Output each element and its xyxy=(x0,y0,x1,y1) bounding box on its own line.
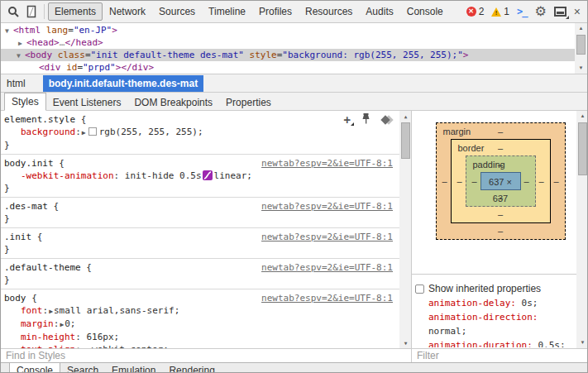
padding-left-value[interactable]: – xyxy=(469,176,480,186)
breadcrumb-item-body[interactable]: body.init.default-theme.des-mat xyxy=(43,75,203,92)
pin-icon[interactable] xyxy=(361,113,370,127)
box-model-border[interactable]: border– – padding– – 637 × 637 – xyxy=(451,139,551,223)
show-inherited-checkbox[interactable] xyxy=(415,285,424,294)
border-left-value[interactable]: – xyxy=(454,176,466,186)
style-rule-init[interactable]: .init { newtab?espv=2&ie=UTF-8:1 } xyxy=(1,228,411,259)
stylesheet-link[interactable]: newtab?espv=2&ie=UTF-8:1 xyxy=(261,231,393,243)
computed-property[interactable]: animation-duration: 0.5s; xyxy=(415,338,586,347)
scroll-up-icon[interactable]: ▲ xyxy=(399,111,412,122)
computed-property-value-wrap[interactable]: normal; xyxy=(415,324,586,338)
expand-arrow-icon[interactable]: ▶ xyxy=(18,37,26,50)
new-style-rule-icon[interactable]: + xyxy=(344,115,351,125)
padding-bottom-value[interactable]: – xyxy=(498,193,503,203)
css-property-name[interactable]: -webkit-animation xyxy=(21,170,114,181)
css-property-value[interactable]: rgb(255, 255, 255); xyxy=(99,127,203,137)
css-property-value[interactable]: small arial,sans-serif; xyxy=(54,305,179,316)
tab-styles[interactable]: Styles xyxy=(4,93,46,111)
inspect-element-icon[interactable] xyxy=(4,2,22,21)
margin-right-value[interactable]: – xyxy=(551,176,562,186)
css-property-name[interactable]: margin xyxy=(21,318,54,329)
element-state-icon[interactable] xyxy=(381,115,393,125)
scroll-thumb[interactable] xyxy=(578,122,587,175)
dock-side-icon[interactable] xyxy=(554,7,566,17)
scroll-down-icon[interactable]: ▼ xyxy=(399,337,412,348)
box-model-padding[interactable]: padding– – 637 × 637 – – xyxy=(466,155,536,207)
drawer-tab-search[interactable]: Search xyxy=(60,363,105,373)
elements-sidebar-content: element.style { background:▶rgb(255, 255… xyxy=(1,111,587,348)
color-swatch-icon[interactable] xyxy=(88,127,97,136)
dom-node-head[interactable]: ▶<head>…</head> xyxy=(1,36,587,49)
style-rule-des-mat[interactable]: .des-mat { newtab?espv=2&ie=UTF-8:1 } xyxy=(1,198,411,228)
box-model-margin[interactable]: margin– – border– – padding– – xyxy=(436,122,566,240)
scroll-thumb[interactable] xyxy=(576,35,586,55)
padding-right-value[interactable]: – xyxy=(521,176,533,186)
tab-event-listeners[interactable]: Event Listeners xyxy=(46,94,128,111)
css-property-value[interactable]: init-hide 0.5s xyxy=(125,170,202,181)
css-property-value[interactable]: linear; xyxy=(214,170,252,181)
margin-left-value[interactable]: – xyxy=(439,176,451,186)
tab-sources[interactable]: Sources xyxy=(152,2,202,21)
box-model-content[interactable]: 637 × 637 xyxy=(480,172,521,190)
scroll-down-icon[interactable]: ▼ xyxy=(575,63,587,74)
metrics-pane: margin– – border– – padding– – xyxy=(412,111,588,275)
margin-bottom-value[interactable]: – xyxy=(498,226,503,236)
computed-property[interactable]: animation-delay: 0s; xyxy=(415,296,586,310)
console-prompt-icon[interactable]: >_ xyxy=(517,6,527,17)
border-bottom-value[interactable]: – xyxy=(498,209,503,219)
expand-arrow-icon[interactable]: ▶ xyxy=(49,308,53,315)
css-property-name[interactable]: font xyxy=(21,305,43,316)
stylesheet-link[interactable]: newtab?espv=2&ie=UTF-8:1 xyxy=(261,261,393,274)
css-property-name[interactable]: background xyxy=(21,127,75,137)
tab-network[interactable]: Network xyxy=(103,2,152,21)
warning-count-badge[interactable]: ! 1 xyxy=(491,6,509,17)
dom-tree-scrollbar[interactable]: ▲ ▼ xyxy=(575,23,587,74)
style-rule-body-init[interactable]: body.init { newtab?espv=2&ie=UTF-8:1 -we… xyxy=(1,155,411,198)
expand-arrow-icon[interactable]: ▼ xyxy=(17,50,25,62)
tab-console[interactable]: Console xyxy=(400,2,450,21)
css-property-value[interactable]: 0; xyxy=(65,318,75,329)
drawer-tab-rendering[interactable]: Rendering xyxy=(162,363,221,373)
border-top-value[interactable]: – xyxy=(498,143,503,153)
tab-resources[interactable]: Resources xyxy=(299,2,359,21)
border-right-value[interactable]: – xyxy=(536,176,547,186)
styles-pane-scrollbar[interactable]: ▲ ▼ xyxy=(399,111,412,348)
stylesheet-link[interactable]: newtab?espv=2&ie=UTF-8:1 xyxy=(261,200,393,213)
css-property-value[interactable]: 616px; xyxy=(86,332,119,342)
bezier-editor-icon[interactable] xyxy=(203,170,213,180)
stylesheet-link[interactable]: newtab?espv=2&ie=UTF-8:1 xyxy=(261,157,393,170)
tab-elements[interactable]: Elements xyxy=(48,2,103,21)
filter-input[interactable] xyxy=(412,349,587,361)
drawer-tab-console[interactable]: Console xyxy=(9,363,60,373)
style-rule-body[interactable]: body { newtab?espv=2&ie=UTF-8:1 font:▶sm… xyxy=(1,289,411,348)
scroll-thumb[interactable] xyxy=(401,122,410,159)
close-icon[interactable]: × xyxy=(574,6,581,17)
error-count-badge[interactable]: ✕ 2 xyxy=(466,6,485,17)
expand-arrow-icon[interactable]: ▶ xyxy=(60,321,64,328)
drawer-tab-emulation[interactable]: Emulation xyxy=(105,363,162,373)
scroll-up-icon[interactable]: ▲ xyxy=(575,23,587,34)
margin-top-value[interactable]: – xyxy=(498,127,503,136)
css-property-name[interactable]: min-height xyxy=(21,332,75,342)
filter-cell xyxy=(412,349,587,362)
tab-profiles[interactable]: Profiles xyxy=(252,2,299,21)
dom-node-body-selected[interactable]: ▼<body class="init default-theme des-mat… xyxy=(1,49,587,61)
device-mode-icon[interactable] xyxy=(22,2,41,21)
dom-node-html[interactable]: ▼<html lang="en-JP"> xyxy=(1,24,587,36)
tab-dom-breakpoints[interactable]: DOM Breakpoints xyxy=(127,94,219,111)
dom-node-div[interactable]: <div id="prpd"></div> xyxy=(1,61,587,74)
expand-arrow-icon[interactable]: ▶ xyxy=(82,129,86,136)
sidebar-scrollbar[interactable]: ▲ ▼ xyxy=(576,111,588,348)
stylesheet-link[interactable]: newtab?espv=2&ie=UTF-8:1 xyxy=(261,292,393,304)
expand-arrow-icon[interactable]: ▼ xyxy=(5,25,13,37)
tab-properties[interactable]: Properties xyxy=(219,94,278,111)
scroll-up-icon[interactable]: ▲ xyxy=(576,111,588,122)
settings-gear-icon[interactable]: ⚙ xyxy=(534,5,546,18)
scroll-down-icon[interactable]: ▼ xyxy=(576,337,588,348)
style-rule-default-theme[interactable]: .default-theme { newtab?espv=2&ie=UTF-8:… xyxy=(1,259,411,289)
computed-property[interactable]: animation-direction: xyxy=(415,310,586,324)
tab-audits[interactable]: Audits xyxy=(359,2,399,21)
show-inherited-row[interactable]: Show inherited properties xyxy=(415,281,586,296)
breadcrumb-item-html[interactable]: html xyxy=(1,75,31,92)
find-in-styles-input[interactable] xyxy=(1,349,411,361)
tab-timeline[interactable]: Timeline xyxy=(202,2,252,21)
